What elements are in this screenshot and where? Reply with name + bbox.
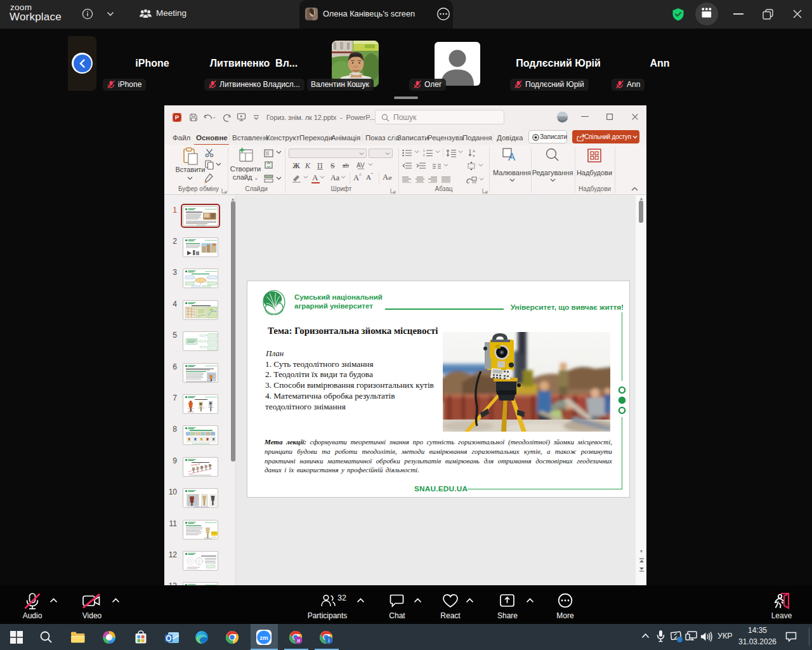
- svg-text:P: P: [175, 114, 180, 121]
- svg-text:понад 30°: понад 30°: [191, 462, 202, 466]
- svg-text:я: я: [473, 154, 475, 157]
- svg-text:А: А: [473, 149, 475, 153]
- svg-text:2: 2: [423, 154, 425, 157]
- svg-text:1: 1: [423, 149, 425, 152]
- svg-text:і: і: [329, 637, 330, 644]
- svg-text:и: и: [297, 637, 300, 644]
- svg-text:A: A: [508, 151, 516, 161]
- svg-text:AV: AV: [357, 162, 365, 169]
- svg-text:zm: zm: [259, 634, 268, 641]
